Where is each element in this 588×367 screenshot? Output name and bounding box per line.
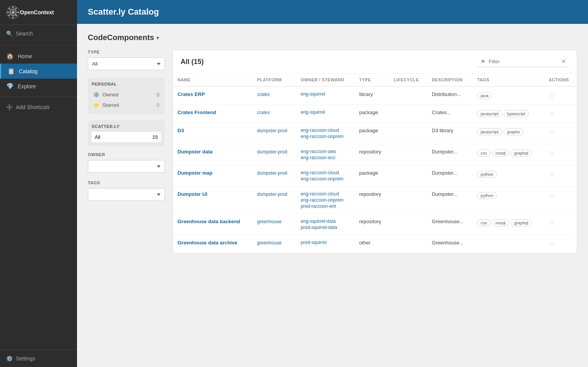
platform-link[interactable]: crates bbox=[257, 110, 270, 115]
cell-platform: dumpster-prod bbox=[253, 165, 296, 187]
col-description: DESCRIPTION bbox=[427, 74, 472, 86]
cell-owner: eng-raccoon-cloudeng-raccoon-onprem bbox=[296, 165, 355, 187]
row-name-link[interactable]: Crates Frontend bbox=[178, 109, 216, 115]
cell-lifecycle bbox=[389, 86, 427, 105]
row-name-link[interactable]: D3 bbox=[178, 128, 184, 133]
platform-link[interactable]: dumpster-prod bbox=[257, 128, 287, 133]
catalog-table: NAME PLATFORM OWNER / STEWARD TYPE LIFEC… bbox=[173, 74, 577, 253]
owner-link[interactable]: eng-raccoon-aws bbox=[301, 149, 350, 154]
star-button[interactable]: ☆ bbox=[549, 149, 555, 157]
owner-link[interactable]: prod-squirrel bbox=[301, 240, 350, 245]
sidebar-item-catalog[interactable]: 📋 Catalog bbox=[0, 64, 77, 79]
owned-label: Owned bbox=[102, 92, 118, 98]
table-body: Crates ERPcrateseng-squirrellibraryDistr… bbox=[173, 86, 577, 253]
sidebar-item-explore[interactable]: 💎 Explore bbox=[0, 79, 77, 94]
platform-link[interactable]: greenhouse bbox=[257, 219, 281, 224]
sidebar-divider-2 bbox=[0, 97, 77, 97]
cell-platform: greenhouse bbox=[253, 214, 296, 235]
search-icon: 🔍 bbox=[6, 30, 13, 37]
filter-input[interactable] bbox=[489, 59, 558, 64]
col-tags: TAGS bbox=[472, 74, 544, 86]
owned-filter-item[interactable]: ⚙️ Owned 0 bbox=[92, 89, 161, 100]
sidebar-nav-explore-label: Explore bbox=[18, 83, 36, 89]
owner-link[interactable]: eng-squirrel-data bbox=[301, 219, 350, 224]
owner-link[interactable]: eng-raccoon-cloud bbox=[301, 128, 350, 133]
cell-owner: eng-raccoon-cloudeng-raccoon-onpremprod-… bbox=[296, 187, 355, 214]
cell-description: Dumpster... bbox=[427, 165, 472, 187]
cell-platform: dumpster-prod bbox=[253, 144, 296, 165]
star-button[interactable]: ☆ bbox=[549, 128, 555, 136]
cell-type: package bbox=[355, 123, 389, 144]
row-name-link[interactable]: Dumpster UI bbox=[178, 191, 207, 197]
owner-link[interactable]: eng-squirrel bbox=[301, 91, 350, 97]
tag-pill: graphs bbox=[504, 128, 524, 135]
cell-description: Distribution... bbox=[427, 86, 472, 105]
scatter-all-item[interactable]: All 15 bbox=[92, 132, 161, 142]
star-icon: ⭐ bbox=[93, 102, 99, 108]
row-name-link[interactable]: Greenhouse data backend bbox=[178, 219, 240, 224]
owner-link[interactable]: eng-raccoon-onprem bbox=[301, 134, 350, 139]
cell-actions: ☆ bbox=[544, 144, 577, 165]
owner-filter-section: OWNER bbox=[88, 152, 165, 173]
cell-name: Crates ERP bbox=[173, 86, 253, 105]
filter-panel: TYPE All library package repository othe… bbox=[88, 50, 165, 254]
cell-tags: csvnosqlgraphql bbox=[472, 144, 544, 165]
sidebar-nav-home-label: Home bbox=[18, 53, 32, 59]
cell-type: package bbox=[355, 105, 389, 123]
owner-link[interactable]: prod-raccoon-ent bbox=[301, 204, 350, 209]
cell-type: repository bbox=[355, 187, 389, 214]
tag-pill: csv bbox=[477, 150, 491, 157]
cell-owner: eng-squirrel bbox=[296, 105, 355, 123]
row-name-link[interactable]: Dumpster data bbox=[178, 149, 213, 155]
platform-link[interactable]: dumpster-prod bbox=[257, 192, 287, 197]
platform-link[interactable]: dumpster-prod bbox=[257, 149, 287, 155]
type-filter-label: TYPE bbox=[88, 50, 165, 54]
star-button[interactable]: ☆ bbox=[549, 170, 555, 178]
cell-owner: eng-squirrel bbox=[296, 86, 355, 105]
platform-link[interactable]: dumpster-prod bbox=[257, 170, 287, 176]
type-filter-select[interactable]: All library package repository other bbox=[88, 57, 165, 70]
star-button[interactable]: ☆ bbox=[549, 240, 555, 248]
cell-description: Dumpster... bbox=[427, 144, 472, 165]
tag-pill: typescript bbox=[504, 110, 529, 117]
owner-link[interactable]: eng-raccoon-cloud bbox=[301, 170, 350, 175]
owner-link[interactable]: eng-raccoon-cloud bbox=[301, 191, 350, 197]
cell-name: D3 bbox=[173, 123, 253, 144]
row-name-link[interactable]: Greenhouse data archive bbox=[178, 240, 237, 246]
star-button[interactable]: ☆ bbox=[549, 109, 555, 118]
tags-filter-select[interactable] bbox=[88, 188, 165, 201]
settings-button[interactable]: ⚙️ Settings bbox=[0, 350, 77, 367]
sidebar-divider-1 bbox=[0, 45, 77, 45]
search-button[interactable]: 🔍 Search bbox=[0, 25, 77, 42]
owner-link[interactable]: eng-squirrel bbox=[301, 109, 350, 115]
cell-platform: greenhouse bbox=[253, 235, 296, 253]
filter-clear-button[interactable]: ✕ bbox=[561, 58, 566, 65]
svg-point-10 bbox=[12, 11, 15, 14]
star-button[interactable]: ☆ bbox=[549, 219, 555, 227]
sidebar-item-home[interactable]: 🏠 Home bbox=[0, 49, 77, 64]
tag-pill: javascript bbox=[477, 128, 502, 135]
table-row: Dumpster datadumpster-prodeng-raccoon-aw… bbox=[173, 144, 577, 165]
cell-owner: eng-squirrel-dataprod-squirrel-data bbox=[296, 214, 355, 235]
owner-link[interactable]: eng-raccoon-onprem bbox=[301, 197, 350, 203]
add-shortcuts-button[interactable]: ➕ Add Shortcuts bbox=[0, 100, 77, 114]
owner-link[interactable]: prod-squirrel-data bbox=[301, 225, 350, 230]
page-title-dropdown[interactable]: ▾ bbox=[156, 35, 159, 41]
platform-link[interactable]: crates bbox=[257, 92, 270, 97]
platform-link[interactable]: greenhouse bbox=[257, 240, 281, 246]
owner-link[interactable]: eng-raccoon-eco bbox=[301, 155, 350, 160]
svg-rect-2 bbox=[13, 6, 14, 8]
cell-lifecycle bbox=[389, 123, 427, 144]
content-area: CodeComponents ▾ TYPE All library packag… bbox=[77, 24, 588, 367]
starred-filter-item[interactable]: ⭐ Starred 0 bbox=[92, 100, 161, 110]
row-name-link[interactable]: Dumpster map bbox=[178, 170, 213, 176]
star-button[interactable]: ☆ bbox=[549, 191, 555, 200]
owner-filter-select[interactable] bbox=[88, 160, 165, 173]
cell-type: library bbox=[355, 86, 389, 105]
row-name-link[interactable]: Crates ERP bbox=[178, 91, 205, 97]
owner-link[interactable]: eng-raccoon-onprem bbox=[301, 176, 350, 182]
add-shortcuts-label: Add Shortcuts bbox=[16, 104, 50, 110]
starred-label: Starred bbox=[102, 102, 119, 108]
star-button[interactable]: ☆ bbox=[549, 91, 555, 100]
cell-name: Greenhouse data backend bbox=[173, 214, 253, 235]
